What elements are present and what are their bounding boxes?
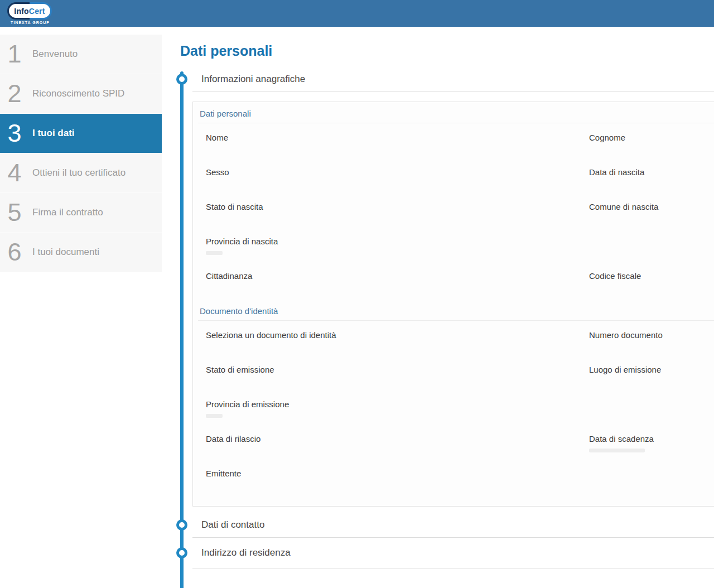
timeline-node-icon (176, 519, 187, 531)
form-field: Nome (193, 123, 589, 158)
field-label: Seleziona un documento di identità (206, 330, 589, 340)
form-field-row: Provincia di emissione (193, 390, 714, 425)
wizard-stepper-sidebar: 1 Benvenuto 2 Riconoscimento SPID 3 I tu… (0, 35, 162, 272)
form-field: Sesso (193, 158, 589, 192)
redacted-field-value (206, 251, 223, 255)
section-title: Dati di contatto (201, 519, 264, 531)
main-content: Dati personali Informazioni anagrafiche … (167, 27, 714, 588)
field-label: Data di nascita (589, 167, 714, 177)
logo-subtitle: TINEXTA GROUP (7, 21, 53, 25)
form-field-row: Provincia di nascita (193, 227, 714, 262)
wizard-step-4[interactable]: 4 Ottieni il tuo certificato (0, 153, 162, 193)
form-field: Cognome (589, 123, 714, 158)
step-label: Ottieni il tuo certificato (32, 167, 126, 179)
form-group: Documento d'identità Seleziona un docume… (193, 296, 714, 494)
form-group-title: Documento d'identità (198, 296, 714, 321)
wizard-step-6[interactable]: 6 I tuoi documenti (0, 233, 162, 272)
form-field-row: Nome Cognome (193, 123, 714, 158)
step-number: 5 (3, 193, 26, 232)
field-label: Nome (206, 133, 589, 142)
form-field: Provincia di nascita (193, 227, 589, 262)
redacted-field-value (206, 414, 223, 418)
logo-text: InfoCert (9, 4, 50, 18)
wizard-step-1[interactable]: 1 Benvenuto (0, 35, 162, 74)
form-field-row: Cittadinanza Codice fiscale (193, 262, 714, 296)
form-field (589, 227, 714, 262)
step-number: 3 (3, 114, 26, 153)
form-field: Data di scadenza (589, 425, 714, 459)
form-field: Data di nascita (589, 158, 714, 192)
field-label: Cittadinanza (206, 271, 589, 281)
step-number: 4 (3, 153, 26, 192)
logo-text-info: Info (14, 7, 28, 16)
step-label: I tuoi dati (32, 128, 75, 139)
field-label: Provincia di nascita (206, 237, 589, 246)
field-label: Comune di nascita (589, 202, 714, 211)
form-group-title: Dati personali (198, 102, 714, 123)
field-label: Data di scadenza (589, 434, 714, 444)
field-label: Cognome (589, 133, 714, 142)
field-label: Data di rilascio (206, 434, 589, 444)
logo-text-cert: Cert (29, 7, 45, 16)
form-field: Luogo di emissione (589, 355, 714, 390)
infocert-logo: InfoCert TINEXTA GROUP (7, 2, 53, 25)
step-label: I tuoi documenti (32, 247, 99, 258)
redacted-field-value (589, 449, 645, 452)
wizard-step-2[interactable]: 2 Riconoscimento SPID (0, 74, 162, 114)
step-number: 2 (3, 74, 26, 113)
field-label: Stato di emissione (206, 365, 589, 374)
section-dati-di-contatto[interactable]: Dati di contatto (192, 512, 714, 538)
field-label: Provincia di emissione (206, 399, 589, 409)
form-field-row: Data di rilascio Data di scadenza (193, 425, 714, 459)
form-field: Cittadinanza (193, 262, 589, 296)
wizard-step-5[interactable]: 5 Firma il contratto (0, 193, 162, 233)
step-number: 1 (3, 35, 26, 74)
field-label: Numero documento (589, 330, 714, 340)
form-field: Codice fiscale (589, 262, 714, 296)
infocert-logo-pill: InfoCert (7, 2, 52, 20)
field-label: Emittente (206, 469, 589, 478)
form-field: Emittente (193, 459, 589, 494)
form-field-row: Emittente (193, 459, 714, 494)
form-field: Stato di nascita (193, 192, 589, 227)
form-field-row: Stato di emissione Luogo di emissione (193, 355, 714, 390)
app-header: InfoCert TINEXTA GROUP (0, 0, 714, 27)
field-label: Codice fiscale (589, 271, 714, 281)
field-label: Luogo di emissione (589, 365, 714, 374)
step-label: Riconoscimento SPID (32, 88, 124, 99)
form-field: Comune di nascita (589, 192, 714, 227)
form-field: Stato di emissione (193, 355, 589, 390)
step-label: Firma il contratto (32, 207, 103, 218)
field-label: Stato di nascita (206, 202, 589, 211)
form-field: Data di rilascio (193, 425, 589, 459)
page-title: Dati personali (180, 42, 714, 60)
timeline-node-icon (176, 547, 187, 558)
form-field (589, 390, 714, 425)
timeline-rail (180, 71, 184, 588)
personal-data-panel: Dati personali Nome Cognome Sesso Data d… (192, 102, 714, 507)
form-field-row: Sesso Data di nascita (193, 158, 714, 192)
section-title: Indirizzo di residenza (201, 547, 291, 558)
form-field (589, 459, 714, 494)
form-field: Seleziona un documento di identità (193, 321, 589, 355)
section-title: Informazioni anagrafiche (201, 74, 305, 85)
section-informazioni-anagrafiche[interactable]: Informazioni anagrafiche (192, 68, 714, 91)
step-label: Benvenuto (32, 49, 78, 60)
form-group: Dati personali Nome Cognome Sesso Data d… (193, 102, 714, 296)
form-field: Provincia di emissione (193, 390, 589, 425)
field-label: Sesso (206, 167, 589, 177)
form-field-row: Stato di nascita Comune di nascita (193, 192, 714, 227)
form-field-row: Seleziona un documento di identità Numer… (193, 321, 714, 355)
wizard-step-3[interactable]: 3 I tuoi dati (0, 114, 162, 153)
section-indirizzo-di-residenza[interactable]: Indirizzo di residenza (192, 538, 714, 568)
step-number: 6 (3, 233, 26, 272)
form-field: Numero documento (589, 321, 714, 355)
timeline-node-icon (176, 74, 187, 85)
